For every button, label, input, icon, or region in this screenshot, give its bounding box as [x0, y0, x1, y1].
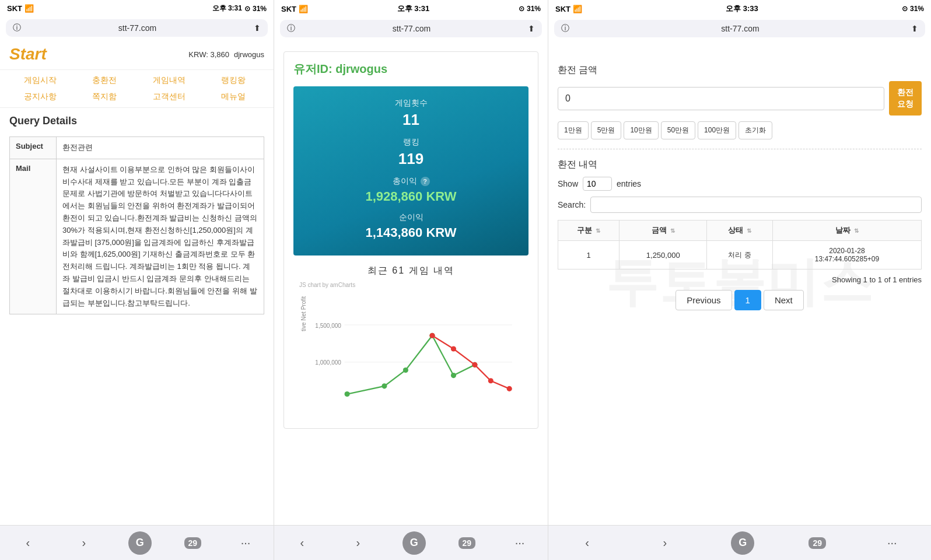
tab-badge-2[interactable]: 29: [459, 537, 476, 549]
panel3-content: 투토볼미스 환전 금액 환전 요청 1만원 5만원 10만원 50만원 100만…: [548, 40, 931, 525]
url-bar-1[interactable]: ⓘ stt-77.com ⬆: [6, 19, 268, 37]
url-bar-2[interactable]: ⓘ stt-77.com ⬆: [280, 20, 542, 37]
url-text-2: stt-77.com: [393, 24, 430, 33]
previous-button[interactable]: Previous: [676, 290, 732, 310]
page-1-button[interactable]: 1: [734, 290, 761, 310]
svg-point-14: [507, 386, 512, 391]
next-button[interactable]: Next: [764, 290, 804, 310]
query-details-section: Query Details Subject 환전관련 Mail 현재 사설사이트…: [0, 108, 274, 525]
panel-middle: SKT 📶 오후 3:31 ⊙ 31% ⓘ stt-77.com ⬆ 투토볼미스…: [274, 0, 548, 560]
status-badge: 처리 중: [728, 251, 751, 259]
quick-50만원[interactable]: 50만원: [661, 121, 695, 139]
url-bar-3[interactable]: ⓘ stt-77.com ⬆: [554, 20, 925, 37]
quick-100만원[interactable]: 100만원: [698, 121, 736, 139]
entries-input[interactable]: [583, 177, 612, 191]
ranking-value: 119: [303, 150, 519, 168]
chart-svg: 1,500,000 1,000,000: [299, 290, 523, 407]
svg-point-6: [403, 368, 408, 373]
nav-manual[interactable]: 메뉴얼: [202, 90, 264, 104]
cell-amount: 1,250,000: [620, 241, 707, 270]
pagination-row: Previous 1 Next: [558, 290, 922, 310]
user-id-label: 유저ID:: [293, 62, 335, 75]
site-logo-1[interactable]: Start: [9, 45, 47, 64]
chart-title: 최근 61 게임 내역: [299, 265, 523, 277]
tab-badge-3[interactable]: 29: [808, 537, 826, 549]
exchange-history-label: 환전 내역: [558, 159, 922, 171]
more-btn-2[interactable]: ···: [508, 531, 531, 555]
svg-point-5: [382, 383, 387, 388]
quick-reset[interactable]: 초기화: [738, 121, 772, 139]
user-card: 유저ID: djrwogus 게임횟수 11 랭킹 119 총이익 ? 1,92…: [284, 51, 538, 429]
entries-label: entries: [617, 179, 641, 188]
status-bar-3: SKT 📶 오후 3:33 ⊙ 31%: [548, 0, 931, 18]
sort-icon-date: ⇅: [854, 228, 859, 234]
google-btn-2[interactable]: G: [402, 531, 426, 555]
cell-status: 처리 중: [707, 241, 773, 270]
balance-display: KRW: 3,860: [188, 50, 229, 59]
quick-1만원[interactable]: 1만원: [558, 121, 589, 139]
exchange-input[interactable]: [558, 87, 884, 110]
svg-point-13: [488, 378, 494, 383]
tab-badge-1[interactable]: 29: [184, 537, 202, 549]
th-amount: 금액 ⇅: [620, 220, 707, 241]
forward-btn-3[interactable]: ›: [653, 531, 677, 555]
nav-game-start[interactable]: 게임시작: [9, 74, 71, 88]
exchange-section: 환전 금액 환전 요청 1만원 5만원 10만원 50만원 100만원 초기화 …: [558, 47, 922, 310]
forward-btn-1[interactable]: ›: [72, 531, 96, 555]
th-id: 구분 ⇅: [558, 220, 620, 241]
exchange-button[interactable]: 환전 요청: [889, 81, 922, 116]
google-btn-1[interactable]: G: [128, 531, 152, 555]
sort-icon-id: ⇅: [596, 228, 600, 234]
user-id-value: djrwogus: [335, 62, 387, 75]
nav-notice[interactable]: 공지사항: [9, 90, 71, 104]
carrier-3: SKT: [555, 5, 570, 13]
more-btn-3[interactable]: ···: [880, 531, 904, 555]
search-input[interactable]: [590, 197, 922, 213]
sort-icon-status: ⇅: [747, 228, 751, 234]
svg-text:1,500,000: 1,500,000: [315, 323, 341, 329]
quick-5만원[interactable]: 5만원: [591, 121, 622, 139]
nav-ranking[interactable]: 랭킹왕: [202, 74, 264, 88]
back-btn-3[interactable]: ‹: [576, 531, 599, 555]
bottom-bar-1: ‹ › G 29 ···: [0, 525, 274, 560]
battery-2: ⊙: [519, 5, 524, 13]
username-display: djrwogus: [234, 50, 264, 59]
wifi-icon-3: 📶: [573, 5, 582, 13]
exchange-label: 환전 금액: [558, 64, 922, 76]
lock-icon-3: ⓘ: [561, 23, 569, 34]
status-left-2: SKT 📶: [281, 5, 308, 13]
show-entries-row: Show entries: [558, 177, 922, 191]
nav-messages[interactable]: 쪽지함: [74, 90, 135, 104]
nav-charge[interactable]: 충환전: [74, 74, 135, 88]
panel-right: SKT 📶 오후 3:33 ⊙ 31% ⓘ stt-77.com ⬆ 투토볼미스…: [548, 0, 931, 560]
table-row: Subject 환전관련: [10, 137, 264, 159]
share-icon-1: ⬆: [254, 23, 261, 33]
site-header-1: Start KRW: 3,860 djrwogus: [0, 39, 274, 70]
nav-support[interactable]: 고객센터: [138, 90, 200, 104]
svg-text:1,000,000: 1,000,000: [315, 359, 341, 366]
chart-credit: JS chart by amCharts: [299, 282, 523, 288]
google-btn-3[interactable]: G: [731, 531, 754, 555]
wifi-icon-2: 📶: [299, 5, 308, 13]
section-divider: [558, 149, 922, 149]
forward-btn-2[interactable]: ›: [346, 531, 370, 555]
wifi-icon-1: 📶: [24, 4, 34, 13]
exchange-input-row: 환전 요청: [558, 81, 922, 116]
stats-box: 게임횟수 11 랭킹 119 총이익 ? 1,928,860 KRW 순이익 1…: [293, 86, 528, 256]
nav-history[interactable]: 게임내역: [138, 74, 200, 88]
query-details-title: Query Details: [9, 115, 264, 127]
share-icon-3: ⬆: [911, 24, 918, 33]
bottom-bar-3: ‹ › G 29 ···: [548, 525, 931, 560]
more-btn-1[interactable]: ···: [234, 531, 257, 555]
quick-10만원[interactable]: 10만원: [624, 121, 658, 139]
back-btn-2[interactable]: ‹: [290, 531, 314, 555]
ranking-label: 랭킹: [303, 137, 519, 148]
status-left-3: SKT 📶: [555, 5, 582, 13]
carrier-1: SKT: [7, 4, 22, 13]
chart-container: tive Net Profit 1,500,000 1,000,000: [299, 290, 523, 419]
lock-icon-2: ⓘ: [287, 23, 295, 34]
table-row: Mail 현재 사설사이트 이용부분으로 인하여 많은 회원들이사이비수사대 제…: [10, 159, 264, 314]
back-btn-1[interactable]: ‹: [16, 531, 40, 555]
quick-amounts: 1만원 5만원 10만원 50만원 100만원 초기화: [558, 121, 922, 139]
table-row: 1 1,250,000 처리 중 2020-01-28 13:47:44.605…: [558, 241, 922, 270]
